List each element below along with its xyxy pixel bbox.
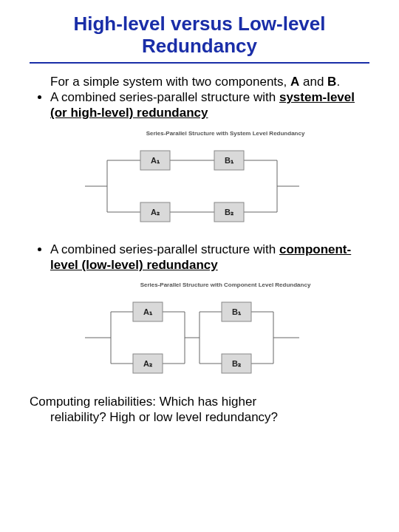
label-a2: A₂ <box>143 359 152 368</box>
label-a1: A₁ <box>143 307 153 316</box>
bullet-1: A combined series-parallel structure wit… <box>50 89 369 121</box>
label-b1: B₁ <box>232 307 242 316</box>
label-a2: A₂ <box>151 207 160 216</box>
bullet-2-text: A combined series-parallel structure wit… <box>50 242 279 256</box>
footer-question: Computing reliabilities: Which has highe… <box>30 394 369 426</box>
diagram-2-svg: A₁ B₁ A₂ B₂ <box>81 293 303 382</box>
diagram-component-level: Series-Parallel Structure with Component… <box>81 282 369 386</box>
label-b2: B₂ <box>225 207 233 216</box>
bullet-1-text: A combined series-parallel structure wit… <box>50 90 279 104</box>
bullet-list-1: A combined series-parallel structure wit… <box>30 89 369 121</box>
diagram-1-svg: A₁ B₁ A₂ B₂ <box>81 142 303 231</box>
label-a1: A₁ <box>151 155 160 164</box>
footer-line-1: Computing reliabilities: Which has highe… <box>30 394 369 409</box>
intro-b: B <box>327 75 336 89</box>
slide-title: High-level versus Low-level Redundancy <box>30 13 369 64</box>
intro-a: A <box>290 75 299 89</box>
intro-mid: and <box>299 75 327 89</box>
bullet-2: A combined series-parallel structure wit… <box>50 242 369 273</box>
footer-line-2: reliability? High or low level redundanc… <box>50 409 369 425</box>
diagram-1-title: Series-Parallel Structure with System Le… <box>81 130 369 137</box>
bullet-list-2: A combined series-parallel structure wit… <box>30 242 369 273</box>
intro-text: For a simple system with two components,… <box>50 74 369 89</box>
slide: High-level versus Low-level Redundancy F… <box>0 0 399 532</box>
diagram-2-title: Series-Parallel Structure with Component… <box>81 282 369 289</box>
intro-suffix: . <box>336 75 340 89</box>
slide-body: For a simple system with two components,… <box>30 74 369 425</box>
label-b1: B₁ <box>225 155 234 164</box>
diagram-system-level: Series-Parallel Structure with System Le… <box>81 130 369 234</box>
intro-prefix: For a simple system with two components, <box>50 75 290 89</box>
label-b2: B₂ <box>232 359 241 368</box>
